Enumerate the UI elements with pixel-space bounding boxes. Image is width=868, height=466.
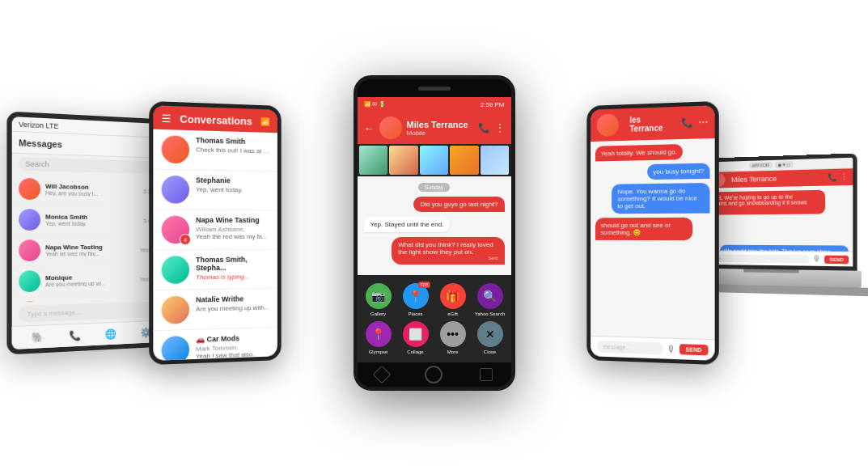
attachment-grid: 📷 Gallery 📍 SDB Places 🎁 eGift 🔍 Yah xyxy=(358,275,511,362)
phone-icon[interactable]: 📞 xyxy=(681,116,693,129)
android-left-header: ☰ Conversations 📶 xyxy=(153,105,277,133)
input-placeholder: message... xyxy=(603,344,629,350)
message-input[interactable]: message... xyxy=(597,341,663,355)
attach-gallery[interactable]: 📷 Gallery xyxy=(362,283,395,316)
samsung-chat-header: ← Miles Terrance Mobile 📞 ⋮ xyxy=(358,112,511,144)
glympse-label: Glympse xyxy=(369,350,388,354)
contact-status: Mobile xyxy=(407,129,473,137)
conv-name: Napa Wine Tasting xyxy=(196,216,269,224)
back-button[interactable] xyxy=(373,366,392,384)
photo-strip xyxy=(358,144,511,176)
list-item[interactable]: Natalie Writhe Are you meeting up with..… xyxy=(153,289,277,331)
attach-more[interactable]: ••• More xyxy=(437,321,469,354)
android-right-screen: les Terrance 📞 ⋯ Yeah totally. We should… xyxy=(591,105,715,361)
incoming-bubble: Yeah totally. We should go. xyxy=(595,144,683,161)
outgoing-bubble: Nope. You wanna go do something? It woul… xyxy=(612,183,710,214)
unread-badge: 4 xyxy=(180,234,191,245)
glympse-icon: 📍 xyxy=(366,321,392,347)
photo-thumb[interactable] xyxy=(481,146,510,175)
right-phone-header: les Terrance 📞 ⋯ xyxy=(591,105,715,142)
contact-info: Miles Terrance Mobile xyxy=(407,120,473,137)
tablet-messages-title: Messages xyxy=(19,138,62,149)
phone-icon[interactable]: 📞 xyxy=(478,122,490,133)
more-icon[interactable]: ⋮ xyxy=(495,122,505,133)
outgoing-bubble: Did you guys go last night? xyxy=(413,197,504,212)
app-store-btn[interactable]: APP FOR xyxy=(749,162,773,169)
android-right-phone: les Terrance 📞 ⋯ Yeah totally. We should… xyxy=(586,101,718,365)
list-item[interactable]: Napa Wine Tasting Yeah let was my fav...… xyxy=(12,235,169,267)
send-button[interactable]: SEND xyxy=(679,344,708,355)
more-icon[interactable]: ⋯ xyxy=(698,116,708,129)
laptop-hinge xyxy=(743,269,798,273)
main-scene: Verizon LTE 🔋 Messages ✏️ Search Will Ja… xyxy=(0,0,868,466)
message-text: should go out and see or something. 😊 xyxy=(601,222,671,236)
photo-thumb[interactable] xyxy=(389,146,418,175)
contact-msg: Yep, went today. xyxy=(45,221,143,227)
message-text: Yeah totally. We should go. xyxy=(601,148,677,157)
avatar xyxy=(162,256,189,284)
contact-info: Monique Are you meeting up wi... xyxy=(45,273,140,287)
samsung-top-bar xyxy=(358,79,511,97)
contact-info: Will Jacobson Hey, are you busy t... xyxy=(45,183,143,197)
play-store-btn[interactable]: ◼ ▼ ◻ xyxy=(774,161,793,168)
attach-places[interactable]: 📍 SDB Places xyxy=(400,283,432,316)
list-item[interactable]: 🚗 Car Mods Mark Tommen: Yeah I saw that … xyxy=(153,328,277,361)
photo-thumb[interactable] xyxy=(450,146,479,175)
back-arrow-icon[interactable]: ← xyxy=(364,122,375,134)
conv-subname: William Ashbane, xyxy=(196,226,269,233)
more-label: More xyxy=(447,350,459,354)
samsung-center-phone: 📶 ✉ 🔋 2:59 PM ← Miles Terrance Mobile 📞 … xyxy=(354,75,515,391)
places-icon: 📍 SDB xyxy=(403,283,429,309)
list-item[interactable]: Thomas Smith, Stepha... Thomas is typing… xyxy=(153,250,277,291)
tablet-type-bar[interactable]: Type a message... + xyxy=(19,301,163,322)
attach-egift[interactable]: 🎁 eGift xyxy=(437,283,469,316)
collage-label: Collage xyxy=(407,350,423,354)
attach-close[interactable]: ✕ Close xyxy=(474,321,506,354)
avatar xyxy=(162,176,189,204)
list-item[interactable]: Monique Are you meeting up wi... Yesterd… xyxy=(12,265,169,298)
contact-info: Monica Smith Yep, went today. xyxy=(45,213,143,227)
type-placeholder: Type a message... xyxy=(27,308,80,317)
list-item[interactable]: Monica Smith Yep, went today. 5:46 PM xyxy=(12,205,169,235)
android-left-phone: ☰ Conversations 📶 Thomas Smith Check thi… xyxy=(149,101,281,365)
gallery-label: Gallery xyxy=(370,311,386,316)
tablet-search-bar[interactable]: Search xyxy=(19,157,163,174)
photo-thumb[interactable] xyxy=(359,146,388,175)
conv-msg: Yep, went today. xyxy=(196,186,269,194)
conv-msg: Thomas is typing... xyxy=(196,273,269,281)
egift-icon: 🎁 xyxy=(440,283,466,309)
conv-msg: Yeah the red was my fa... xyxy=(196,233,269,240)
list-item[interactable]: Will Jacobson Hey, are you busy t... 3:2… xyxy=(12,173,169,206)
mic-icon[interactable]: 🎙 xyxy=(813,254,821,263)
chat-area: Sunday Did you guys go last night? Yep. … xyxy=(358,176,511,275)
mic-icon[interactable]: 🎙 xyxy=(666,343,675,354)
message-text: you busy tonight? xyxy=(653,167,704,176)
right-chat-area: Yeah totally. We should go. you busy ton… xyxy=(591,138,715,339)
close-icon: ✕ xyxy=(477,321,503,347)
attach-glympse[interactable]: 📍 Glympse xyxy=(362,321,395,354)
center-screen: 📶 ✉ 🔋 2:59 PM ← Miles Terrance Mobile 📞 … xyxy=(358,97,511,362)
home-button[interactable] xyxy=(425,366,442,383)
recent-button[interactable] xyxy=(480,368,493,381)
attach-yahoo[interactable]: 🔍 Yahoo Search xyxy=(474,283,506,316)
elephant-icon[interactable]: 🐘 xyxy=(32,331,44,343)
hamburger-icon[interactable]: ☰ xyxy=(162,112,171,125)
gallery-icon: 📷 xyxy=(366,283,392,309)
avatar: 4 xyxy=(162,216,189,244)
yahoo-label: Yahoo Search xyxy=(475,311,506,316)
message-text: Did you guys go last night? xyxy=(420,201,498,208)
attach-collage[interactable]: ⬜ Collage xyxy=(400,321,432,354)
photo-thumb[interactable] xyxy=(420,146,449,175)
incoming-bubble: should go out and see or something. 😊 xyxy=(595,218,692,240)
list-item[interactable]: Thomas Smith Check this out! I was at fi… xyxy=(153,129,277,172)
tablet-bottom-nav: 🐘 📞 🌐 ⚙️ xyxy=(12,320,169,350)
send-button[interactable]: SEND xyxy=(824,255,849,264)
conv-info: 🚗 Car Mods Mark Tommen: Yeah I saw that … xyxy=(196,333,269,360)
list-item[interactable]: 4 Napa Wine Tasting William Ashbane, Yea… xyxy=(153,210,277,250)
more-icon[interactable]: ⋮ xyxy=(840,173,848,182)
phone-icon[interactable]: 📞 xyxy=(828,173,836,182)
phone-icon[interactable]: 📞 xyxy=(69,329,81,341)
contact-avatar xyxy=(379,116,402,139)
globe-icon[interactable]: 🌐 xyxy=(105,328,116,340)
list-item[interactable]: Stephanie Yep, went today. xyxy=(153,170,277,211)
